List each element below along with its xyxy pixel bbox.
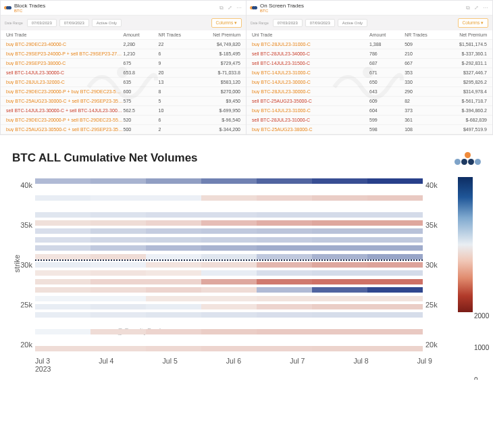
- top-panels: Block Trades BTC ⧉ ⤢ ⋯ Date Range 07/03/…: [0, 0, 493, 135]
- x-axis: Jul 32023Jul 4Jul 5Jul 6Jul 7Jul 8Jul 9: [12, 353, 481, 373]
- cell-np: $314,978.4: [440, 89, 487, 94]
- cell-trade: buy BTC-29SEP23-38000-C: [6, 61, 124, 66]
- col-amount[interactable]: Amount: [369, 32, 405, 37]
- table-row[interactable]: buy BTC-29DEC23-20000-P + sell BTC-29DEC…: [1, 116, 246, 125]
- heat-row: [35, 237, 423, 243]
- brand-logo-icon: [455, 152, 481, 165]
- more-icon[interactable]: ⋯: [236, 5, 242, 11]
- cell-amount: 635: [124, 80, 159, 84]
- cell-np: $-337,360.1: [440, 51, 487, 56]
- heat-cell: [146, 287, 201, 293]
- active-only-toggle[interactable]: Active Only: [338, 19, 367, 27]
- heat-cell: [257, 279, 312, 284]
- table-row[interactable]: buy BTC-29SEP23-24000-P + sell BTC-29SEP…: [1, 49, 246, 59]
- y-tick: 25k: [425, 301, 443, 309]
- table-row[interactable]: buy BTC-29SEP23-38000-C6759$729,475: [1, 59, 246, 68]
- heat-cell: [146, 312, 201, 318]
- cell-trade: buy BTC-14JUL23-30000-C: [252, 80, 369, 84]
- heat-row: [35, 270, 423, 276]
- col-netpremium[interactable]: Net Premium: [194, 32, 240, 37]
- heat-cell: [146, 346, 201, 351]
- heat-cell: [35, 296, 90, 301]
- more-icon[interactable]: ⋯: [483, 5, 488, 11]
- cell-amount: 671: [369, 70, 405, 75]
- table-row[interactable]: buy BTC-14JUL23-30000-C650330$295,826.2: [246, 78, 492, 87]
- cell-nr: 509: [405, 42, 440, 47]
- cell-amount: 643: [369, 89, 405, 94]
- table-row[interactable]: buy BTC-28JUL23-30000-C643290$314,978.4: [246, 87, 492, 97]
- cell-np: $729,475: [194, 61, 240, 66]
- table-row[interactable]: buy BTC-28JUL23-32000-C63513$583,120: [1, 78, 246, 87]
- expand-icon[interactable]: ⤢: [474, 5, 479, 11]
- table-row[interactable]: buy BTC-25AUG23-38000-C598108$497,519.9: [246, 125, 492, 134]
- table-row[interactable]: buy BTC-28JUL23-31000-C1,388509$1,581,17…: [246, 40, 492, 49]
- cell-nr: 20: [159, 70, 194, 75]
- heat-cell: [90, 287, 146, 293]
- y-tick: 40k: [15, 181, 32, 189]
- y-tick: 35k: [15, 221, 32, 229]
- columns-button[interactable]: Columns ▾: [211, 18, 242, 28]
- col-nrtrades[interactable]: NR Trades: [405, 32, 440, 37]
- heat-row: [35, 304, 423, 309]
- columns-button[interactable]: Columns ▾: [458, 18, 488, 28]
- table-row[interactable]: sell BTC-14JUL23-30000-C + sell BTC-14JU…: [1, 106, 246, 116]
- cell-np: $497,519.9: [440, 127, 487, 132]
- date-to-input[interactable]: 07/09/2023: [59, 19, 89, 27]
- heat-cell: [367, 262, 423, 268]
- heat-cell: [367, 245, 423, 251]
- table-row[interactable]: buy BTC-14JUL23-31000-C671353$327,446.7: [246, 68, 492, 78]
- table-row[interactable]: sell BTC-14JUL23-30000-C653.820$-71,033.…: [1, 68, 246, 78]
- table-row[interactable]: buy BTC-25AUG23-30500-C + sell BTC-29SEP…: [1, 125, 246, 134]
- table-row[interactable]: buy BTC-14JUL23-31000-C604373$-394,860.2: [246, 106, 492, 116]
- date-to-input[interactable]: 07/09/2023: [305, 19, 335, 27]
- col-nrtrades[interactable]: NR Trades: [159, 32, 194, 37]
- cell-trade: buy BTC-28JUL23-32000-C: [6, 80, 124, 84]
- heat-cell: [367, 178, 423, 184]
- heat-cell: [367, 254, 423, 259]
- heat-cell: [146, 212, 201, 218]
- heat-cell: [257, 228, 312, 234]
- heat-cell: [35, 346, 90, 351]
- col-unitrade[interactable]: Uni Trade: [252, 32, 369, 37]
- panel-onscreen-trades: On Screen Trades BTC ⧉ ⤢ ⋯ Date Range 07…: [246, 1, 492, 134]
- date-from-input[interactable]: 07/03/2023: [273, 19, 303, 27]
- heat-cell: [367, 270, 423, 276]
- cell-np: $-96,540: [194, 118, 240, 122]
- table-row[interactable]: buy BTC-29DEC23-40000-C2,28022$4,749,820: [1, 40, 246, 49]
- heat-cell: [90, 296, 146, 301]
- heat-cell: [146, 195, 201, 201]
- cell-np: $-71,033.8: [194, 70, 240, 75]
- cell-trade: buy BTC-25AUG23-30000-C + sell BTC-29SEP…: [6, 99, 124, 103]
- heat-cell: [201, 237, 257, 243]
- table-row[interactable]: sell BTC-28JUL23-31000-C599361$-682,839: [246, 116, 492, 125]
- cell-trade: buy BTC-29DEC23-20000-P + sell BTC-29DEC…: [6, 118, 124, 122]
- cell-trade: buy BTC-25AUG23-38000-C: [252, 127, 369, 132]
- heat-cell: [201, 312, 257, 318]
- active-only-toggle[interactable]: Active Only: [92, 19, 122, 27]
- table-row[interactable]: sell BTC-14JUL23-31500-C687667$-292,831.…: [246, 59, 492, 68]
- y-tick: 30k: [425, 261, 443, 269]
- table-row[interactable]: sell BTC-25AUG23-35000-C60982$-561,718.7: [246, 97, 492, 106]
- heat-cell: [257, 329, 312, 334]
- table-row[interactable]: buy BTC-25AUG23-30000-C + sell BTC-29SEP…: [1, 97, 246, 106]
- heat-cell: [312, 220, 367, 226]
- heatmap-area[interactable]: @Gravity5ucks: [35, 177, 423, 353]
- heat-cell: [257, 195, 312, 201]
- copy-icon[interactable]: ⧉: [466, 5, 470, 11]
- expand-icon[interactable]: ⤢: [228, 5, 232, 11]
- panel-subtitle: BTC: [260, 9, 304, 13]
- heat-cell: [90, 254, 146, 259]
- col-unitrade[interactable]: Uni Trade: [6, 32, 124, 37]
- heat-cell: [312, 304, 367, 309]
- table-row[interactable]: sell BTC-28JUL23-34000-C786210$-337,360.…: [246, 49, 492, 59]
- table-row[interactable]: buy BTC-29DEC23-20000-P + buy BTC-29DEC2…: [1, 87, 246, 97]
- date-from-input[interactable]: 07/03/2023: [27, 19, 57, 27]
- colorbar-ticks: 200010000−1000−2000: [474, 312, 493, 380]
- cell-np: $-292,831.1: [440, 61, 487, 66]
- copy-icon[interactable]: ⧉: [219, 5, 224, 11]
- col-amount[interactable]: Amount: [124, 32, 159, 37]
- date-range-label: Date Range: [251, 21, 269, 25]
- heat-cell: [312, 245, 367, 251]
- heat-cell: [257, 270, 312, 276]
- col-netpremium[interactable]: Net Premium: [440, 32, 487, 37]
